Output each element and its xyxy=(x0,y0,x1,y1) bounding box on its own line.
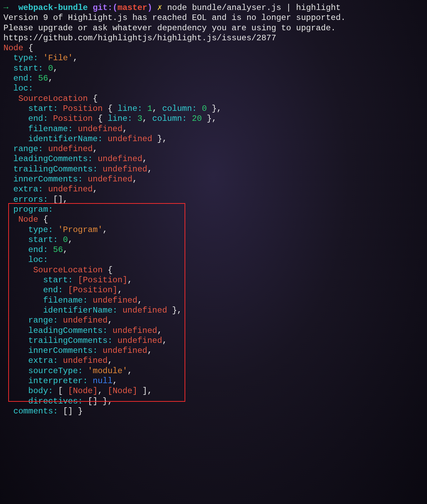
body-node-2: [Node] xyxy=(107,386,137,396)
prompt-dir: webpack-bundle xyxy=(18,3,88,12)
prompt-git-close: ) xyxy=(147,3,152,12)
prompt-git: git:( xyxy=(93,3,117,12)
val-undefined: undefined xyxy=(78,124,123,134)
command-text: node bundle/analyser.js | highlight xyxy=(167,3,341,12)
val-directives: [] } xyxy=(88,397,108,406)
key-loc: loc: xyxy=(13,84,33,93)
key-program: program: xyxy=(13,205,53,214)
key-prog-extra: extra: xyxy=(28,356,58,365)
val-prog-type: 'Program' xyxy=(58,225,103,234)
val-type: 'File' xyxy=(43,53,73,63)
key-prog-innercomments: innerComments: xyxy=(28,346,98,355)
key-body: body: xyxy=(28,386,53,396)
position-name-end: Position xyxy=(53,114,93,123)
key-type: type: xyxy=(13,53,38,63)
val-comments: [] } xyxy=(63,407,83,416)
key-leadingcomments: leadingComments: xyxy=(13,154,93,164)
key-extra: extra: xyxy=(13,185,43,194)
key-interpreter: interpreter: xyxy=(28,376,88,386)
sourcelocation-name: SourceLocation xyxy=(18,94,88,103)
val-end: 56 xyxy=(38,74,48,83)
key-directives: directives: xyxy=(28,397,83,406)
warning-line-1: Version 9 of Highlight.js has reached EO… xyxy=(3,13,346,22)
node-name: Node xyxy=(3,43,23,53)
key-comments: comments: xyxy=(13,407,58,416)
prompt-branch: master xyxy=(117,3,147,12)
key-start: start: xyxy=(13,64,43,73)
key-prog-start: start: xyxy=(28,235,58,244)
val-start: 0 xyxy=(48,64,53,73)
prog-sourcelocation: SourceLocation xyxy=(33,265,103,275)
key-prog-type: type: xyxy=(28,225,53,234)
key-sourcetype: sourceType: xyxy=(28,366,83,376)
key-prog-end: end: xyxy=(28,245,48,254)
prompt-arrow: → xyxy=(3,3,8,12)
terminal-output: → webpack-bundle git:(master) ✗ node bun… xyxy=(0,0,427,419)
val-errors: [] xyxy=(53,195,63,204)
key-innercomments: innerComments: xyxy=(13,175,83,184)
body-node-1: [Node] xyxy=(68,386,97,396)
position-name: Position xyxy=(63,104,103,113)
key-prog-loc: loc: xyxy=(28,255,48,264)
program-node-name: Node xyxy=(18,215,38,224)
key-loc-start: start: xyxy=(28,104,58,113)
key-end: end: xyxy=(13,74,33,83)
warning-line-2: Please upgrade or ask whatever dependenc… xyxy=(3,23,336,33)
key-range: range: xyxy=(13,144,43,154)
val-null: null xyxy=(93,376,113,386)
val-sourcetype: 'module' xyxy=(88,366,127,376)
dirty-icon: ✗ xyxy=(157,3,162,12)
key-filename: filename: xyxy=(28,124,73,134)
key-loc-end: end: xyxy=(28,114,48,123)
key-prog-leadingcomments: leadingComments: xyxy=(28,326,107,335)
warning-url: https://github.com/highlightjs/highlight… xyxy=(3,33,276,43)
key-errors: errors: xyxy=(13,195,48,204)
key-prog-trailingcomments: trailingComments: xyxy=(28,336,113,345)
key-identifiername: identifierName: xyxy=(28,134,103,144)
key-trailingcomments: trailingComments: xyxy=(13,165,98,174)
key-prog-range: range: xyxy=(28,316,58,325)
